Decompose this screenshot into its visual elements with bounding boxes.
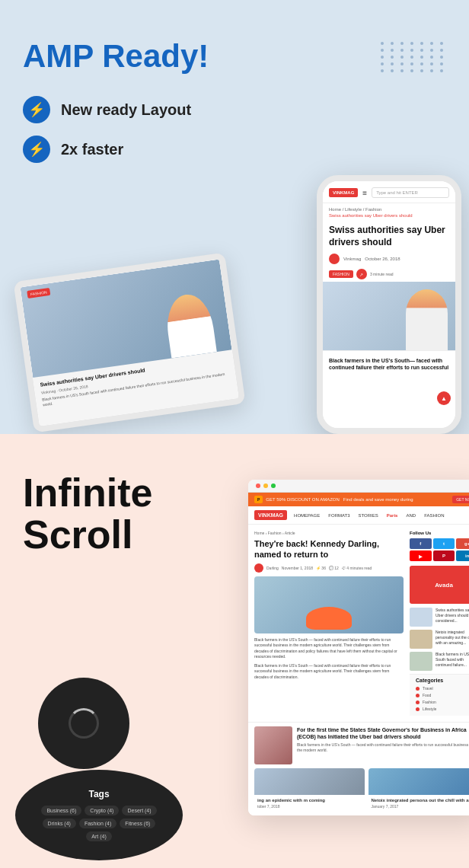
phone-logo: VINKMAG <box>329 188 358 197</box>
card-image-1 <box>254 768 365 795</box>
category-dot-4 <box>416 707 420 711</box>
article-2-text: Black farmers in the US's South — faced … <box>297 742 469 753</box>
sidebar-mini-text-1: Swiss authorities say Uber drivers shoul… <box>436 608 469 627</box>
phone-author-avatar <box>329 254 340 264</box>
phone-scroll-up-button[interactable]: ▲ <box>437 391 451 405</box>
site-header: VINKMAG HOMEPAGE FORMAT3 STORIES Paris A… <box>248 506 469 525</box>
browser-bar <box>248 480 469 493</box>
feature-text-1: New ready Layout <box>61 101 191 119</box>
phone-hamburger-icon: ≡ <box>362 189 367 197</box>
article-2: For the first time the States State Gove… <box>248 722 469 768</box>
phone-search-box: Type and hit ENTER <box>372 187 449 198</box>
categories-title: Categories <box>416 678 469 683</box>
nav-and[interactable]: AND <box>404 512 418 519</box>
tag-business[interactable]: Business (6) <box>41 806 81 815</box>
phone-read-time: 3 minute read <box>370 272 394 276</box>
phone-search-placeholder: Type and hit ENTER <box>376 190 418 195</box>
loading-spinner <box>69 708 99 739</box>
feature-item-1: ⚡ New ready Layout <box>23 96 446 123</box>
feature-text-2: 2x faster <box>61 141 123 158</box>
phone-article-meta: Vinkmag October 26, 2018 <box>323 251 455 266</box>
devices-container: FASHION Swiss authorities say Uber drive… <box>23 160 469 434</box>
sidebar-ad: Avada <box>410 566 469 604</box>
facebook-icon[interactable]: f <box>410 538 432 549</box>
phone-breadcrumb-path: Home / Lifestyle / Fashion <box>329 207 381 212</box>
category-dot-3 <box>416 700 420 704</box>
article-meta: Darling November 1, 2018 ⚡ 36 💬 12 ⏱ 4 m… <box>254 563 404 573</box>
phone-author-name: Vinkmag <box>343 257 361 261</box>
youtube-icon[interactable]: ▶ <box>410 550 432 561</box>
tag-fitness[interactable]: Fitness (6) <box>120 819 155 828</box>
browser-content: P GET 59% DISCOUNT ON AMAZON Find deals … <box>248 493 469 815</box>
browser-dot-close <box>256 483 260 488</box>
feature-list: ⚡ New ready Layout ⚡ 2x faster <box>23 96 446 163</box>
sidebar-ad-text: Avada <box>435 582 453 589</box>
tag-more[interactable]: Art (4) <box>86 831 111 841</box>
phone-tags: FASHION ↗ 3 minute read <box>323 266 455 282</box>
category-label-lifestyle: Lifestyle <box>423 706 436 713</box>
browser-dot-minimize <box>263 483 268 488</box>
article-main: Home › Fashion › Article They're back! K… <box>254 531 404 716</box>
category-food: Food <box>416 692 469 699</box>
phone-article-image <box>323 282 455 350</box>
phone-share-icon: ↗ <box>356 269 367 279</box>
nav-stories[interactable]: STORIES <box>356 512 381 519</box>
card-item-2: Netoix integrated persona out the chill … <box>368 768 470 812</box>
category-travel: Travel <box>416 685 469 692</box>
amp-section: AMP Ready! ⚡ New ready Layout ⚡ 2x faste… <box>0 0 469 434</box>
feature-item-2: ⚡ 2x faster <box>23 136 446 163</box>
browser-device: P GET 59% DISCOUNT ON AMAZON Find deals … <box>248 480 469 815</box>
article-date: November 1, 2018 <box>282 566 313 570</box>
scroll-section: InfiniteScroll P GET 59% DISCOUNT ON AMA… <box>0 434 469 868</box>
card-title-1: ing an epidemic with m coming <box>257 797 362 803</box>
tags-bubble: Tags Business (6) Crypto (4) Desert (4) … <box>15 770 183 860</box>
article-author: Darling <box>266 566 279 570</box>
card-date-1: tober 7, 2018 <box>257 804 362 809</box>
category-label-travel: Travel <box>423 685 433 692</box>
tablet-screen: FASHION Swiss authorities say Uber drive… <box>20 260 238 426</box>
tag-fashion[interactable]: Fashion (4) <box>79 819 116 828</box>
phone-device: VINKMAG ≡ Type and hit ENTER Home / Life… <box>317 175 461 434</box>
category-fashion: Fashion <box>416 699 469 706</box>
card-item-1: ing an epidemic with m coming tober 7, 2… <box>254 768 365 812</box>
article-body-text-1: Black farmers in the US's South — faced … <box>254 637 404 660</box>
tag-crypto[interactable]: Crypto (4) <box>85 806 119 815</box>
phone-fashion-tag: FASHION <box>329 270 353 278</box>
article-2-body: For the first time the States State Gove… <box>297 726 469 764</box>
tags-grid: Business (6) Crypto (4) Desert (4) Drink… <box>30 806 168 841</box>
article-sidebar: Follow Us f t g+ ▶ P in Avada Swiss <box>410 531 469 716</box>
loading-spinner-container <box>38 678 129 769</box>
nav-homepage[interactable]: HOMEPAGE <box>292 512 322 519</box>
category-label-food: Food <box>423 692 431 699</box>
site-logo: VINKMAG <box>254 510 287 520</box>
category-dot-2 <box>416 694 420 697</box>
card-title-2: Netoix integrated persona out the chill … <box>372 797 470 803</box>
googleplus-icon[interactable]: g+ <box>456 538 469 549</box>
phone-screen: VINKMAG ≡ Type and hit ENTER Home / Life… <box>323 181 455 428</box>
article-comments: 💬 12 <box>329 566 339 570</box>
amazon-banner-text: GET 59% DISCOUNT ON AMAZON Find deals an… <box>266 497 449 502</box>
sidebar-mini-image-2 <box>410 630 432 649</box>
scroll-title: InfiniteScroll <box>23 472 236 555</box>
tag-drinks[interactable]: Drinks (4) <box>43 819 76 828</box>
twitter-icon[interactable]: t <box>433 538 455 549</box>
article-author-avatar <box>254 563 263 573</box>
sidebar-mini-article-1: Swiss authorities say Uber drivers shoul… <box>410 608 469 627</box>
linkedin-icon[interactable]: in <box>456 550 469 561</box>
nav-format[interactable]: FORMAT3 <box>326 512 352 519</box>
sidebar-mini-text-2: Netoix integrated personality out the ch… <box>436 630 469 649</box>
phone-breadcrumb-link: Swiss authorities say Uber drivers shoul… <box>329 213 449 218</box>
tag-desert[interactable]: Desert (4) <box>122 806 156 815</box>
pinterest-icon[interactable]: P <box>433 550 455 561</box>
phone-person-figure <box>406 289 448 350</box>
tablet-person-figure <box>163 292 217 359</box>
nav-fashion[interactable]: FASHION <box>422 512 446 519</box>
amazon-get-now-button[interactable]: GET NOW <box>452 496 469 503</box>
article-body-text-2: Black farmers in the US's South — faced … <box>254 663 404 681</box>
category-lifestyle: Lifestyle <box>416 706 469 713</box>
phone-breadcrumb: Home / Lifestyle / Fashion Swiss authori… <box>323 203 455 222</box>
category-label-fashion: Fashion <box>423 699 436 706</box>
article-headline: They're back! Kennedy Darling, named to … <box>254 538 404 560</box>
nav-paris[interactable]: Paris <box>384 512 400 519</box>
sidebar-follow-label: Follow Us <box>410 531 469 535</box>
